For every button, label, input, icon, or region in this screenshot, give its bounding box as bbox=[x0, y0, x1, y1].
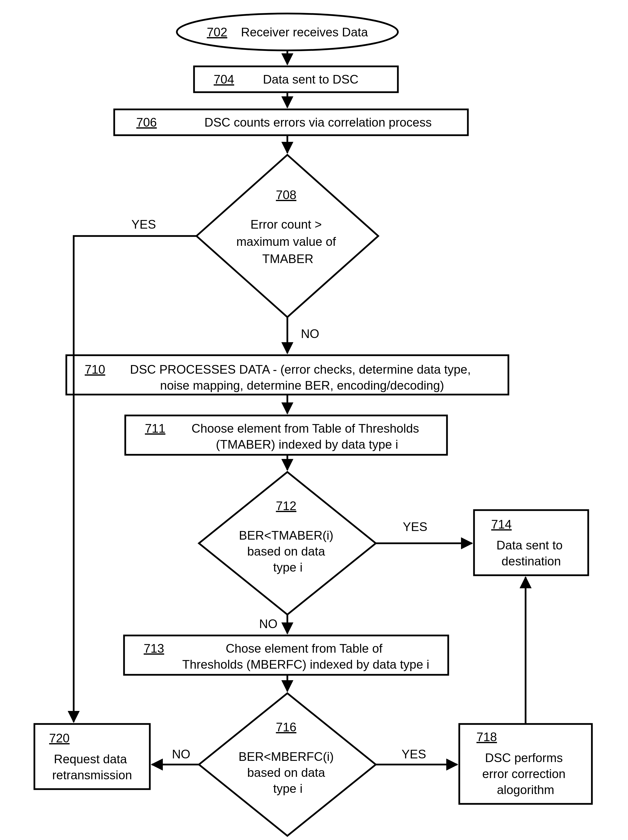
edge-708-yes-label: YES bbox=[131, 218, 156, 231]
node-716-decision bbox=[199, 693, 376, 836]
node-704-label: 704 Data sent to DSC bbox=[214, 73, 359, 86]
edge-716-yes-label: YES bbox=[401, 747, 426, 761]
edge-712-no-label: NO bbox=[259, 617, 277, 631]
node-702-label: 702 Receiver receives Data bbox=[207, 25, 368, 39]
edge-712-yes-label: YES bbox=[403, 520, 427, 534]
edge-716-no-label: NO bbox=[172, 747, 190, 761]
node-712-decision bbox=[199, 472, 376, 614]
edge-708-no-label: NO bbox=[301, 327, 319, 341]
flowchart: 702 Receiver receives Data 704 Data sent… bbox=[0, 0, 628, 840]
